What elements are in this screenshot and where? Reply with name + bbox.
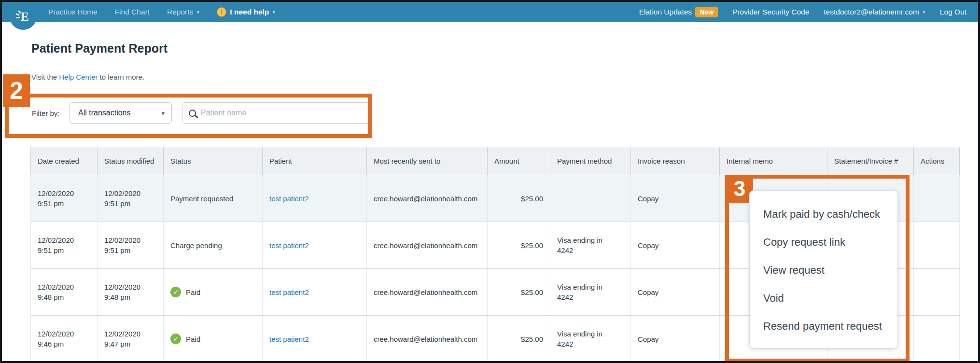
col-status: Status bbox=[164, 147, 263, 175]
cell-date-created: 12/02/2020 9:51 pm bbox=[38, 188, 86, 209]
patient-link[interactable]: test patient2 bbox=[269, 241, 309, 250]
col-amount: Amount bbox=[488, 147, 550, 175]
cell-status: Paid bbox=[186, 287, 200, 297]
annotation-box-2 bbox=[5, 94, 372, 138]
elation-logo[interactable]: E bbox=[10, 3, 37, 30]
cell-payment-method: Visa ending in 4242 bbox=[557, 235, 613, 255]
nav-provider-security-code[interactable]: Provider Security Code bbox=[732, 8, 809, 16]
cell-status: Charge pending bbox=[170, 240, 222, 251]
nav-reports-label: Reports bbox=[167, 8, 193, 16]
app-window: E Practice Home Find Chart Reports▾ ! I … bbox=[0, 0, 980, 363]
cell-invoice-reason: Copay bbox=[631, 269, 720, 316]
cell-sent-to: cree.howard@elationhealth.com bbox=[374, 287, 480, 297]
subtitle-suffix: to learn more. bbox=[98, 73, 144, 81]
cell-sent-to: cree.howard@elationhealth.com bbox=[374, 194, 480, 204]
nav-practice-home[interactable]: Practice Home bbox=[48, 8, 98, 16]
table-header-row: Date created Status modified Status Pati… bbox=[31, 147, 960, 175]
cell-amount: $25.00 bbox=[488, 222, 550, 269]
col-date-created: Date created bbox=[31, 147, 98, 175]
col-internal-memo: Internal memo bbox=[720, 147, 827, 175]
patient-link[interactable]: test patient2 bbox=[269, 288, 309, 296]
cell-invoice-reason: Copay bbox=[631, 316, 720, 363]
cell-date-created: 12/02/2020 9:48 pm bbox=[38, 282, 86, 302]
nav-log-out[interactable]: Log Out bbox=[940, 8, 966, 16]
new-badge: New bbox=[695, 7, 718, 17]
page-subtitle: Visit the Help Center to learn more. bbox=[31, 73, 144, 81]
cell-amount: $25.00 bbox=[488, 316, 550, 363]
patient-link[interactable]: test patient2 bbox=[269, 195, 309, 203]
nav-find-chart[interactable]: Find Chart bbox=[115, 8, 150, 16]
cell-sent-to: cree.howard@elationhealth.com bbox=[374, 240, 480, 251]
patient-link[interactable]: test patient2 bbox=[269, 335, 309, 343]
cell-amount: $25.00 bbox=[488, 269, 550, 316]
annotation-step-2-badge: 2 bbox=[3, 74, 30, 107]
subtitle-prefix: Visit the bbox=[31, 73, 59, 81]
paid-check-icon: ✓ bbox=[170, 334, 181, 344]
cell-actions bbox=[914, 222, 960, 269]
chevron-down-icon: ▾ bbox=[196, 9, 199, 15]
cell-sent-to: cree.howard@elationhealth.com bbox=[374, 334, 480, 344]
cell-status-modified: 12/02/2020 9:51 pm bbox=[104, 235, 153, 255]
help-center-link[interactable]: Help Center bbox=[59, 73, 98, 81]
col-payment-method: Payment method bbox=[550, 147, 631, 175]
svg-text:E: E bbox=[21, 10, 29, 23]
menu-item-copy-request-link[interactable]: Copy request link bbox=[750, 228, 897, 256]
nav-user-menu[interactable]: testdoctor2@elationemr.com▾ bbox=[824, 8, 925, 16]
cell-date-created: 12/02/2020 9:51 pm bbox=[38, 235, 86, 255]
cell-actions bbox=[914, 269, 960, 316]
menu-item-mark-paid[interactable]: Mark paid by cash/check bbox=[750, 200, 897, 228]
cell-status-modified: 12/02/2020 9:51 pm bbox=[104, 188, 153, 209]
warning-icon: ! bbox=[217, 7, 226, 17]
nav-i-need-help[interactable]: ! I need help ▾ bbox=[217, 7, 275, 17]
chevron-down-icon: ▾ bbox=[923, 9, 925, 15]
cell-payment-method: Visa ending in 4242 bbox=[557, 329, 613, 349]
nav-help-label: I need help bbox=[230, 8, 269, 16]
user-email: testdoctor2@elationemr.com bbox=[824, 8, 919, 16]
col-most-recently-sent-to: Most recently sent to bbox=[367, 147, 488, 175]
cell-status: Paid bbox=[186, 334, 200, 344]
menu-item-view-request[interactable]: View request bbox=[750, 256, 897, 284]
cell-status-modified: 12/02/2020 9:47 pm bbox=[104, 329, 153, 349]
cell-actions bbox=[914, 316, 960, 363]
nav-reports[interactable]: Reports▾ bbox=[167, 8, 199, 16]
cell-actions bbox=[914, 175, 960, 222]
nav-right-group: Elation Updates New Provider Security Co… bbox=[639, 7, 966, 17]
cell-date-created: 12/02/2020 9:46 pm bbox=[38, 329, 86, 349]
col-invoice-reason: Invoice reason bbox=[631, 147, 720, 175]
actions-context-menu: Mark paid by cash/check Copy request lin… bbox=[749, 190, 898, 349]
elation-logo-icon: E bbox=[14, 8, 32, 25]
col-status-modified: Status modified bbox=[98, 147, 164, 175]
menu-item-void[interactable]: Void bbox=[750, 284, 897, 312]
col-actions: Actions bbox=[914, 147, 960, 175]
nav-elation-updates-label: Elation Updates bbox=[639, 8, 692, 16]
menu-item-resend-payment-request[interactable]: Resend payment request bbox=[750, 312, 897, 340]
cell-amount: $25.00 bbox=[488, 175, 550, 222]
col-patient: Patient bbox=[263, 147, 367, 175]
col-statement-invoice: Statement/Invoice # bbox=[827, 147, 914, 175]
cell-invoice-reason: Copay bbox=[631, 175, 720, 222]
chevron-down-icon: ▾ bbox=[272, 9, 275, 15]
cell-payment-method: Visa ending in 4242 bbox=[557, 282, 613, 302]
nav-elation-updates[interactable]: Elation Updates New bbox=[639, 7, 718, 17]
cell-status: Payment requested bbox=[170, 194, 233, 204]
cell-invoice-reason: Copay bbox=[631, 222, 720, 269]
top-nav: E Practice Home Find Chart Reports▾ ! I … bbox=[2, 2, 978, 22]
cell-status-modified: 12/02/2020 9:48 pm bbox=[104, 282, 153, 302]
page-title: Patient Payment Report bbox=[31, 42, 168, 56]
paid-check-icon: ✓ bbox=[170, 287, 181, 297]
nav-left-group: Practice Home Find Chart Reports▾ ! I ne… bbox=[48, 7, 275, 17]
